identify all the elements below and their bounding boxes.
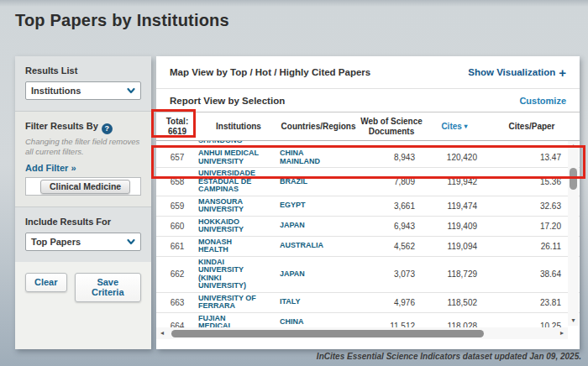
include-results-dropdown[interactable]: Top Papers — [25, 233, 141, 251]
documents-cell: 11,512 — [358, 322, 425, 327]
save-criteria-button[interactable]: Save Criteria — [75, 273, 141, 302]
scroll-up-icon[interactable]: ▴ — [568, 141, 579, 151]
column-header-cites-sorted[interactable]: Cites ▾ — [425, 122, 484, 132]
table-row[interactable]: 657 ANHUI MEDICAL UNIVERSITY CHINA MAINL… — [156, 148, 580, 168]
table-header: Total: 6619 Institutions Countries/Regio… — [156, 112, 580, 141]
show-visualization-link[interactable]: Show Visualization + — [468, 66, 566, 79]
cites-cell: 120,420 — [425, 153, 484, 162]
rank-cell: 663 — [156, 298, 198, 307]
cites-per-paper-cell: 13.47 — [484, 153, 580, 162]
cites-per-paper-cell: 17.20 — [484, 222, 580, 231]
filter-results-section: Filter Results By? Changing the filter f… — [15, 111, 151, 207]
question-mark-icon[interactable]: ? — [102, 123, 113, 134]
cites-per-paper-cell: 32.63 — [484, 201, 580, 211]
filter-results-label-text: Filter Results By — [25, 121, 98, 131]
documents-cell: 6,943 — [358, 222, 425, 231]
country-cell: ITALY — [279, 298, 358, 306]
country-cell: CHINA MAINLAND — [279, 318, 358, 327]
cites-per-paper-cell: 10.25 — [484, 322, 580, 327]
documents-cell: 4,562 — [358, 242, 425, 251]
institution-link[interactable]: UNIVERSIDADE ESTADUAL DE CAMPINAS — [198, 170, 279, 194]
cites-header-label: Cites — [441, 122, 461, 131]
panel-bottom-gap — [156, 339, 580, 349]
column-header-countries[interactable]: Countries/Regions — [279, 122, 358, 132]
table-row[interactable]: 662 KINDAI UNIVERSITY (KINKI UNIVERSITY)… — [156, 257, 580, 293]
filter-field[interactable]: Clinical Medicine — [25, 177, 141, 196]
table-body: SHANDONG UNIVERSITY 657 ANHUI MEDICAL UN… — [156, 141, 580, 327]
column-header-documents[interactable]: Web of Science Documents — [358, 117, 425, 136]
scroll-left-icon[interactable]: ◂ — [156, 327, 168, 339]
report-view-title: Report View by Selection — [170, 96, 285, 106]
table-row-partial[interactable]: SHANDONG UNIVERSITY — [156, 141, 580, 148]
cites-cell: 118,502 — [425, 298, 484, 307]
country-cell: JAPAN — [279, 222, 358, 230]
institution-link[interactable]: HOKKAIDO UNIVERSITY — [198, 218, 279, 234]
scroll-right-icon[interactable]: ▸ — [556, 327, 568, 339]
caret-down-icon: ▾ — [465, 123, 468, 130]
report-view-bar: Report View by Selection Customize — [156, 89, 580, 112]
filter-chip-clinical-medicine[interactable]: Clinical Medicine — [40, 180, 130, 194]
rank-cell: 662 — [156, 269, 198, 279]
documents-cell: 3,661 — [358, 201, 425, 211]
table-row[interactable]: 661 MONASH HEALTH AUSTRALIA 4,562 119,09… — [156, 237, 580, 257]
sidebar-actions: Clear Save Criteria — [15, 262, 151, 349]
map-view-title: Map View by Top / Hot / Highly Cited Pap… — [170, 67, 370, 77]
horizontal-scrollbar-thumb[interactable] — [171, 330, 484, 337]
chevron-down-icon — [127, 234, 135, 249]
filter-note: Changing the filter field removes all cu… — [25, 137, 141, 158]
institution-name-partial: SHANDONG UNIVERSITY — [198, 141, 279, 148]
table-row[interactable]: 664 FUJIAN MEDICAL UNIVERSITY CHINA MAIN… — [156, 313, 580, 328]
dataset-update-note: InCites Essential Science Indicators dat… — [317, 352, 581, 361]
institution-link[interactable]: MONASH HEALTH — [198, 238, 279, 254]
plus-icon: + — [559, 66, 566, 79]
cites-cell: 119,094 — [425, 242, 484, 251]
documents-cell: 3,073 — [358, 269, 425, 279]
vertical-scrollbar[interactable]: ▴ ▾ — [568, 141, 579, 326]
cites-per-paper-cell: 23.81 — [484, 298, 580, 307]
documents-cell: 7,809 — [358, 177, 425, 186]
cites-per-paper-cell: 15.36 — [484, 177, 580, 186]
horizontal-scrollbar[interactable]: ◂ ▸ — [156, 327, 568, 339]
rank-cell: 658 — [156, 177, 198, 186]
include-results-section: Include Results For Top Papers — [15, 207, 151, 262]
filter-results-label: Filter Results By? — [25, 121, 141, 134]
documents-cell: 8,943 — [358, 153, 425, 162]
country-cell: JAPAN — [279, 270, 358, 279]
total-label: Total: — [156, 117, 198, 127]
rank-cell: 661 — [156, 242, 198, 251]
chevron-down-icon — [127, 83, 135, 98]
institution-link[interactable]: UNIVERSITY OF FERRARA — [198, 295, 279, 311]
institution-link[interactable]: KINDAI UNIVERSITY (KINKI UNIVERSITY) — [198, 259, 279, 290]
institution-link[interactable]: ANHUI MEDICAL UNIVERSITY — [198, 149, 279, 165]
cites-cell: 119,409 — [425, 222, 484, 231]
column-header-cites-per-paper[interactable]: Cites/Paper — [484, 122, 580, 132]
table-row[interactable]: 658 UNIVERSIDADE ESTADUAL DE CAMPINAS BR… — [156, 168, 580, 196]
institution-link[interactable]: MANSOURA UNIVERSITY — [198, 198, 279, 214]
include-results-label: Include Results For — [25, 217, 141, 227]
vertical-scrollbar-thumb[interactable] — [570, 168, 577, 190]
column-header-institutions[interactable]: Institutions — [198, 122, 279, 132]
results-list-section: Results List Institutions — [15, 56, 151, 111]
cites-cell: 119,474 — [425, 201, 484, 211]
total-count: Total: 6619 — [156, 117, 198, 137]
rank-cell: 660 — [156, 222, 198, 231]
add-filter-link[interactable]: Add Filter » — [25, 163, 141, 173]
documents-cell: 4,976 — [358, 298, 425, 307]
table-row[interactable]: 663 UNIVERSITY OF FERRARA ITALY 4,976 11… — [156, 293, 580, 313]
results-list-label: Results List — [25, 65, 141, 76]
results-list-selected-value: Institutions — [31, 86, 81, 96]
results-list-dropdown[interactable]: Institutions — [25, 81, 141, 100]
clear-button[interactable]: Clear — [25, 273, 67, 292]
country-cell: BRAZIL — [279, 178, 358, 186]
country-cell: AUSTRALIA — [279, 242, 358, 250]
filters-sidebar: Results List Institutions Filter Results… — [15, 56, 151, 349]
scroll-down-icon[interactable]: ▾ — [568, 316, 579, 326]
customize-link[interactable]: Customize — [519, 96, 566, 106]
page-title: Top Papers by Institutions — [15, 11, 229, 30]
cites-per-paper-cell: 26.11 — [484, 242, 580, 251]
cites-cell: 118,028 — [425, 322, 484, 327]
table-row[interactable]: 660 HOKKAIDO UNIVERSITY JAPAN 6,943 119,… — [156, 217, 580, 237]
table-row[interactable]: 659 MANSOURA UNIVERSITY EGYPT 3,661 119,… — [156, 196, 580, 217]
institution-link[interactable]: FUJIAN MEDICAL UNIVERSITY — [198, 315, 279, 328]
total-value: 6619 — [156, 127, 198, 137]
